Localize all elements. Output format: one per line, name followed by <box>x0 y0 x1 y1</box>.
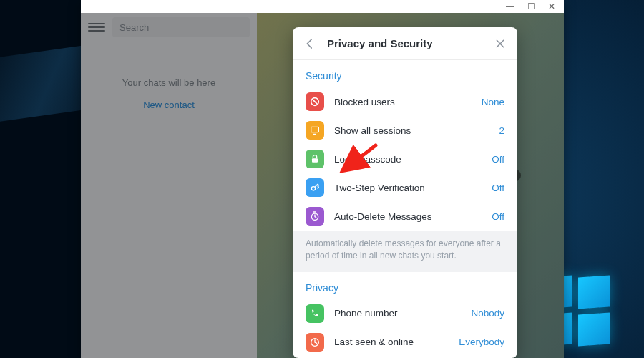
lock-icon <box>306 150 324 168</box>
app-window: — ☐ ✕ Search Your chats will be here New… <box>81 0 564 358</box>
row-auto-delete[interactable]: Auto-Delete Messages Off <box>293 202 517 231</box>
row-value: Nobody <box>471 308 504 319</box>
key-icon <box>306 178 324 197</box>
svg-rect-2 <box>311 127 319 132</box>
section-title-security: Security <box>293 60 517 87</box>
block-icon <box>306 92 324 111</box>
svg-rect-4 <box>312 158 318 162</box>
section-title-privacy: Privacy <box>293 272 517 299</box>
row-show-sessions[interactable]: Show all sessions 2 <box>293 116 517 145</box>
close-icon[interactable] <box>493 37 507 51</box>
window-titlebar: — ☐ ✕ <box>81 0 564 13</box>
row-label: Blocked users <box>334 97 472 107</box>
window-minimize-button[interactable]: — <box>506 1 514 11</box>
privacy-security-modal: Privacy and Security Security Blocked us… <box>293 27 517 358</box>
phone-icon <box>306 304 324 323</box>
row-value: None <box>482 97 504 107</box>
timer-icon <box>306 207 324 226</box>
svg-point-5 <box>311 187 315 190</box>
row-local-passcode[interactable]: Local passcode Off <box>293 145 517 173</box>
row-two-step-verification[interactable]: Two-Step Verification Off <box>293 173 517 202</box>
row-value: Everybody <box>459 337 504 347</box>
row-value: Off <box>492 154 504 165</box>
row-blocked-users[interactable]: Blocked users None <box>293 87 517 116</box>
row-label: Last seen & online <box>334 337 449 347</box>
row-value: 2 <box>499 125 504 136</box>
modal-title: Privacy and Security <box>327 37 483 49</box>
row-value: Off <box>492 183 504 193</box>
svg-line-1 <box>313 100 318 105</box>
modal-body[interactable]: Security Blocked users None Show all ses… <box>293 60 517 358</box>
row-label: Two-Step Verification <box>334 183 482 193</box>
row-label: Local passcode <box>334 154 482 165</box>
back-icon[interactable] <box>303 37 317 51</box>
section-hint: Automatically delete messages for everyo… <box>293 231 517 272</box>
clock-icon <box>306 333 324 352</box>
row-label: Auto-Delete Messages <box>334 211 482 222</box>
monitor-icon <box>306 121 324 140</box>
row-phone-number[interactable]: Phone number Nobody <box>293 299 517 328</box>
row-value: Off <box>492 211 504 222</box>
row-label: Phone number <box>334 308 461 319</box>
window-close-button[interactable]: ✕ <box>548 1 555 11</box>
row-last-seen[interactable]: Last seen & online Everybody <box>293 328 517 357</box>
row-label: Show all sessions <box>334 125 489 136</box>
window-maximize-button[interactable]: ☐ <box>527 1 535 11</box>
